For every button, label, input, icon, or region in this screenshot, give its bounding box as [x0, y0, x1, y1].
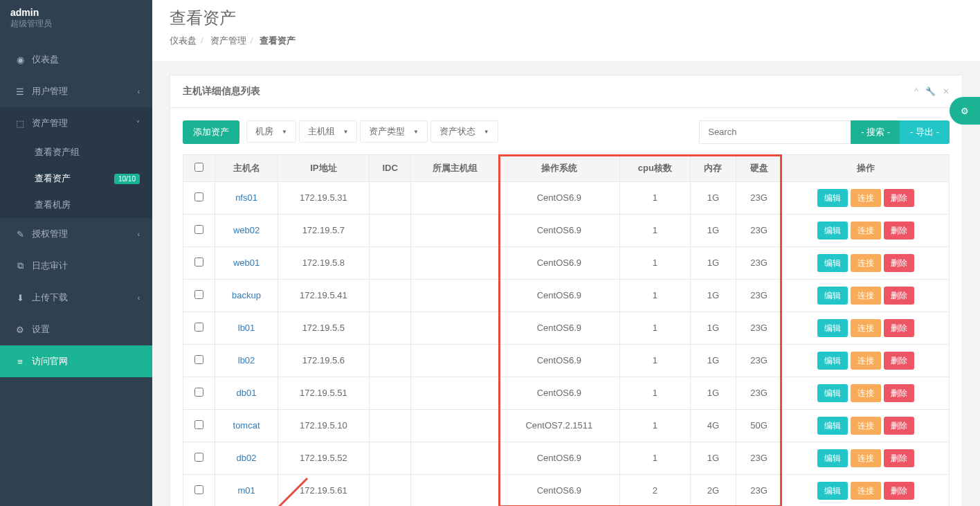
hostname-link[interactable]: nfs01 [235, 192, 257, 203]
sidebar-icon: ⬚ [15, 118, 25, 129]
wrench-icon[interactable]: 🔧 [925, 87, 936, 96]
row-edit-button[interactable]: 编辑 [817, 287, 848, 305]
cell-group [411, 181, 498, 214]
close-icon[interactable]: ✕ [943, 87, 950, 96]
breadcrumb-item[interactable]: 资产管理 [210, 35, 257, 47]
sidebar-item-设置[interactable]: ⚙设置 [3, 314, 152, 345]
cell-idc [369, 246, 411, 279]
row-checkbox[interactable] [194, 323, 203, 332]
page-header: 查看资产 仪表盘资产管理查看资产 [152, 0, 980, 61]
cell-disk: 23G [736, 311, 782, 344]
collapse-icon[interactable]: ^ [914, 87, 918, 96]
row-checkbox[interactable] [194, 225, 203, 234]
sidebar-label: 资产管理 [32, 117, 68, 129]
cell-idc [369, 377, 411, 409]
hostname-link[interactable]: tomcat [233, 420, 260, 431]
sidebar-label: 日志审计 [32, 260, 68, 272]
chevron-icon: ˅ [136, 120, 140, 127]
filter-主机组[interactable]: 主机组 [299, 120, 358, 143]
row-delete-button[interactable]: 删除 [884, 287, 914, 305]
table-row: db01172.19.5.51CentOS6.911G23G编辑连接删除 [183, 377, 950, 409]
row-checkbox[interactable] [194, 257, 203, 266]
row-delete-button[interactable]: 删除 [884, 254, 914, 272]
hostname-link[interactable]: m01 [237, 485, 255, 496]
row-delete-button[interactable]: 删除 [884, 222, 914, 240]
cell-ip: 172.19.5.52 [278, 442, 369, 474]
row-edit-button[interactable]: 编辑 [817, 222, 848, 240]
row-edit-button[interactable]: 编辑 [817, 319, 848, 337]
add-asset-button[interactable]: 添加资产 [183, 120, 239, 144]
filter-资产状态[interactable]: 资产状态 [430, 120, 498, 143]
row-delete-button[interactable]: 删除 [884, 482, 914, 500]
row-connect-button[interactable]: 连接 [851, 352, 881, 370]
row-checkbox[interactable] [194, 485, 203, 494]
sidebar-label: 仪表盘 [32, 53, 59, 66]
export-button[interactable]: - 导出 - [900, 120, 950, 144]
row-edit-button[interactable]: 编辑 [817, 254, 848, 272]
hostname-link[interactable]: db02 [237, 453, 257, 463]
hostname-link[interactable]: web02 [233, 225, 260, 235]
breadcrumb-item: 查看资产 [260, 35, 304, 47]
search-input[interactable] [699, 120, 851, 144]
select-all-checkbox[interactable] [194, 163, 203, 172]
cell-cpu: 1 [620, 409, 691, 442]
cell-ip: 172.19.5.41 [278, 279, 369, 311]
row-delete-button[interactable]: 删除 [884, 417, 914, 435]
sidebar-item-日志审计[interactable]: ⧉日志审计 [3, 250, 152, 282]
row-checkbox[interactable] [194, 420, 203, 429]
sidebar-item-上传下载[interactable]: ⬇上传下载‹ [3, 282, 152, 314]
sidebar-subitem-查看资产组[interactable]: 查看资产组 [3, 139, 152, 165]
sidebar-item-授权管理[interactable]: ✎授权管理‹ [3, 218, 152, 250]
row-checkbox[interactable] [194, 388, 203, 397]
hostname-link[interactable]: web01 [233, 257, 260, 268]
cell-mem: 1G [690, 246, 736, 279]
sidebar-subitem-查看机房[interactable]: 查看机房 [3, 192, 152, 218]
settings-gear-float[interactable]: ⚙ [950, 97, 980, 125]
row-connect-button[interactable]: 连接 [851, 189, 881, 207]
row-delete-button[interactable]: 删除 [884, 352, 914, 370]
cell-group [411, 214, 498, 246]
row-connect-button[interactable]: 连接 [851, 287, 881, 305]
row-delete-button[interactable]: 删除 [884, 449, 914, 467]
row-connect-button[interactable]: 连接 [851, 417, 881, 435]
cell-os: CentOS6.9 [498, 181, 619, 214]
row-delete-button[interactable]: 删除 [884, 189, 914, 207]
row-connect-button[interactable]: 连接 [851, 222, 881, 240]
filter-资产类型[interactable]: 资产类型 [360, 120, 428, 143]
hostname-link[interactable]: lb02 [238, 355, 255, 365]
row-edit-button[interactable]: 编辑 [817, 482, 848, 500]
table-row: lb01172.19.5.5CentOS6.911G23G编辑连接删除 [183, 311, 950, 344]
row-edit-button[interactable]: 编辑 [817, 417, 848, 435]
cell-group [411, 246, 498, 279]
row-connect-button[interactable]: 连接 [851, 384, 881, 402]
sidebar-item-仪表盘[interactable]: ◉仪表盘 [3, 44, 152, 75]
row-checkbox[interactable] [194, 290, 203, 299]
row-checkbox[interactable] [194, 453, 203, 462]
hostname-link[interactable]: lb01 [238, 323, 255, 333]
row-connect-button[interactable]: 连接 [851, 319, 881, 337]
sidebar-item-资产管理[interactable]: ⬚资产管理˅ [3, 107, 152, 139]
row-delete-button[interactable]: 删除 [884, 319, 914, 337]
cell-cpu: 1 [620, 344, 691, 377]
row-connect-button[interactable]: 连接 [851, 482, 881, 500]
hostname-link[interactable]: backup [232, 290, 261, 300]
cell-cpu: 1 [620, 214, 691, 246]
breadcrumb-item[interactable]: 仪表盘 [170, 35, 208, 47]
row-edit-button[interactable]: 编辑 [817, 352, 848, 370]
cell-mem: 1G [690, 279, 736, 311]
row-edit-button[interactable]: 编辑 [817, 449, 848, 467]
search-button[interactable]: - 搜索 - [851, 120, 900, 144]
row-checkbox[interactable] [194, 192, 203, 201]
sidebar-item-访问官网[interactable]: ≡访问官网 [3, 345, 152, 377]
filter-机房[interactable]: 机房 [246, 120, 296, 143]
row-edit-button[interactable]: 编辑 [817, 189, 848, 207]
col-header: 硬盘 [736, 154, 782, 181]
sidebar-item-用户管理[interactable]: ☰用户管理‹ [3, 75, 152, 107]
row-connect-button[interactable]: 连接 [851, 254, 881, 272]
sidebar-subitem-查看资产[interactable]: 查看资产10/10 [3, 165, 152, 192]
row-edit-button[interactable]: 编辑 [817, 384, 848, 402]
row-checkbox[interactable] [194, 355, 203, 364]
row-delete-button[interactable]: 删除 [884, 384, 914, 402]
row-connect-button[interactable]: 连接 [851, 449, 881, 467]
hostname-link[interactable]: db01 [237, 388, 257, 398]
